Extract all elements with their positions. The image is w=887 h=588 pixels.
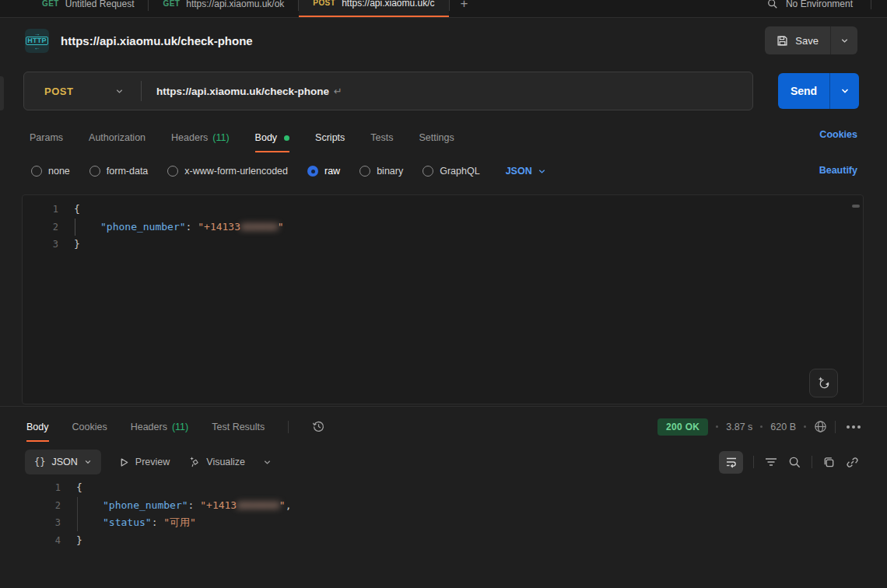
copy-icon[interactable] [822, 456, 836, 469]
body-type-options: none form-data x-www-form-urlencoded raw… [31, 159, 546, 184]
request-title: https://api.xiaomu.uk/check-phone [61, 34, 253, 47]
response-tab-cookies[interactable]: Cookies [72, 412, 107, 442]
code-line: 3 "status": "可用" [22, 514, 864, 532]
postbot-button[interactable] [809, 369, 838, 397]
radio-icon [89, 166, 100, 177]
response-toolbar: {} JSON Preview Visualize [25, 448, 272, 476]
chevron-down-icon [840, 86, 850, 96]
visualize-sparkle-icon [188, 456, 200, 468]
radio-icon [31, 166, 42, 177]
response-meta: 200 OK 3.87 s 620 B [657, 412, 861, 441]
response-tab-test-results[interactable]: Test Results [212, 412, 265, 442]
visualize-button[interactable]: Visualize [188, 456, 245, 468]
tab-method-badge: POST [313, 0, 335, 7]
response-history-icon[interactable] [312, 420, 325, 433]
code-line: 3 } [23, 236, 863, 254]
response-tab-headers[interactable]: Headers(11) [131, 412, 189, 442]
workspace-tab-bar: GET Untitled Request GET https://api.xia… [0, 0, 887, 18]
radio-graphql[interactable]: GraphQL [422, 166, 479, 177]
url-bar: POST https://api.xiaomu.uk/check-phone↵ [23, 72, 753, 110]
environment-label: No Environment [786, 0, 853, 9]
radio-binary[interactable]: binary [359, 166, 403, 177]
topbar-divider [871, 0, 871, 9]
filter-icon[interactable] [764, 456, 778, 468]
http-protocol-icon: → HTTP ← [25, 29, 49, 53]
code-line: 1 { [23, 201, 863, 219]
preview-button[interactable]: Preview [119, 457, 170, 467]
method-dropdown[interactable]: POST [24, 72, 141, 110]
request-header: → HTTP ← https://api.xiaomu.uk/check-pho… [25, 23, 859, 58]
indent-guide [77, 497, 78, 531]
new-tab-button[interactable]: + [461, 0, 468, 12]
response-tab-body[interactable]: Body [26, 412, 49, 442]
body-content-dot [284, 135, 289, 141]
radio-icon-selected [307, 166, 318, 177]
chevron-down-icon[interactable] [263, 458, 272, 467]
chevron-down-icon [84, 458, 92, 466]
save-label: Save [795, 35, 819, 47]
response-time[interactable]: 3.87 s [726, 422, 752, 432]
tab-body[interactable]: Body [255, 123, 290, 152]
tab-authorization[interactable]: Authorization [89, 123, 145, 152]
headers-count: (11) [212, 132, 229, 143]
network-globe-icon[interactable] [814, 420, 827, 433]
url-input[interactable]: https://api.xiaomu.uk/check-phone↵ [156, 86, 342, 97]
pane-divider[interactable] [0, 406, 887, 407]
send-button[interactable]: Send [778, 73, 829, 109]
response-tabs: Body Cookies Headers(11) Test Results [26, 412, 325, 441]
search-icon [767, 0, 778, 9]
tab-settings[interactable]: Settings [419, 123, 454, 152]
search-icon[interactable] [788, 456, 801, 469]
tab-tests[interactable]: Tests [370, 123, 393, 152]
toolbar-divider [288, 421, 289, 433]
tab-params[interactable]: Params [30, 123, 63, 152]
radio-icon [422, 166, 433, 177]
request-tab-1[interactable]: GET Untitled Request [28, 0, 148, 17]
request-tabs: Params Authorization Headers(11) Body Sc… [30, 123, 454, 152]
tab-scripts[interactable]: Scripts [315, 123, 345, 152]
request-tab-2[interactable]: GET https://api.xiaomu.uk/ok [149, 0, 298, 17]
redacted-phone-digits: ######## [237, 497, 279, 515]
more-options-icon[interactable] [847, 425, 861, 429]
beautify-link[interactable]: Beautify [819, 165, 857, 176]
code-line: 4 } [22, 532, 864, 550]
send-options-button[interactable] [830, 73, 859, 109]
braces-icon: {} [34, 457, 45, 467]
radio-raw[interactable]: raw [307, 166, 340, 177]
chevron-down-icon [840, 37, 849, 45]
indent-guide [75, 219, 75, 236]
tab-separator [449, 0, 450, 11]
redacted-phone-digits: ####### [240, 219, 278, 236]
chevron-down-icon [115, 87, 124, 96]
radio-form-data[interactable]: form-data [89, 166, 149, 177]
language-dropdown[interactable]: JSON [506, 166, 546, 177]
sidebar-collapse-handle[interactable] [0, 76, 4, 110]
request-body-editor[interactable]: 1 { 2 "phone_number": "+14133#######" 3 … [22, 194, 864, 404]
radio-icon [359, 166, 370, 177]
postbot-sparkle-icon [816, 376, 831, 390]
code-line: 1 { [22, 479, 864, 497]
send-button-group: Send [778, 73, 859, 109]
wrap-text-icon [725, 456, 738, 468]
headers-count: (11) [172, 422, 188, 432]
response-format-dropdown[interactable]: {} JSON [25, 450, 101, 474]
tab-label: https://api.xiaomu.uk/c [342, 0, 434, 9]
response-body-viewer[interactable]: 1 { 2 "phone_number": "+1413########", 3… [22, 479, 864, 588]
url-divider [141, 81, 142, 101]
editor-scrollbar-thumb[interactable] [852, 205, 860, 208]
save-options-button[interactable] [831, 26, 857, 54]
tab-headers[interactable]: Headers(11) [171, 123, 230, 152]
cookies-link[interactable]: Cookies [819, 129, 857, 140]
request-tab-active[interactable]: POST https://api.xiaomu.uk/c [299, 0, 448, 17]
history-clock-icon [312, 420, 325, 433]
radio-none[interactable]: none [31, 166, 70, 177]
save-button[interactable]: Save [765, 26, 830, 54]
link-icon[interactable] [846, 456, 859, 469]
response-size[interactable]: 620 B [770, 422, 796, 432]
status-badge[interactable]: 200 OK [657, 418, 708, 436]
method-label: POST [44, 86, 73, 97]
wrap-text-button[interactable] [719, 451, 743, 474]
response-actions [719, 450, 859, 474]
radio-x-www-form-urlencoded[interactable]: x-www-form-urlencoded [167, 166, 288, 177]
environment-selector[interactable]: No Environment [767, 0, 853, 17]
